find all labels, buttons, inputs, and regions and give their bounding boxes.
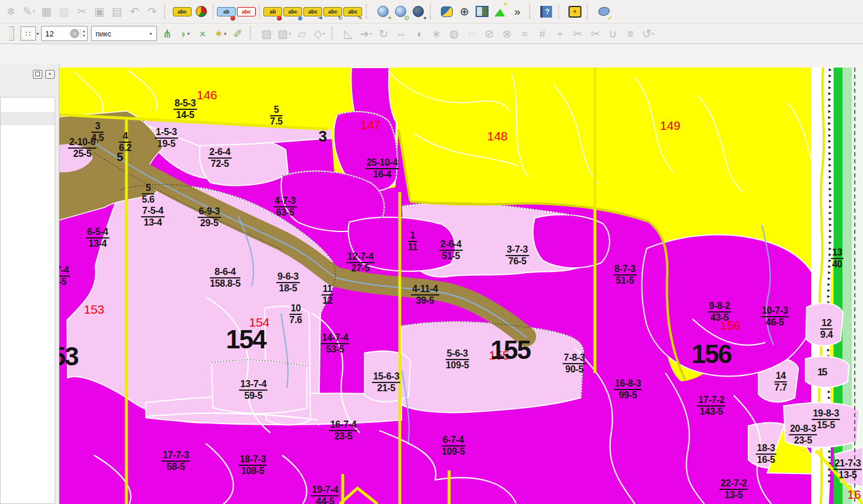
chevron-down-icon: ▾ (150, 31, 152, 36)
split-features-icon[interactable]: ✂ (570, 25, 586, 42)
dock-selected-row[interactable] (1, 112, 55, 125)
move-label-icon[interactable]: abc➜ (303, 3, 322, 21)
delete-ring-icon[interactable]: ⊘ (481, 25, 498, 42)
pin-unpin-label-icon[interactable]: ab (263, 3, 282, 21)
delete-selected-icon[interactable]: ▥ (56, 3, 72, 21)
compartment-fraction-label: 129.4 (820, 318, 832, 340)
topological-editing-icon[interactable]: ✶▾ (212, 25, 229, 42)
compartment-fraction-label: 15-6-321-5 (372, 371, 400, 394)
quarter-number-black-label: 15 (818, 367, 827, 378)
pin-labels-icon[interactable]: ab (217, 3, 236, 21)
compartment-fraction-label: 9-6-318-5 (276, 271, 300, 294)
move-feature-icon[interactable]: ➜▾ (358, 25, 374, 42)
compartment-fraction-label: 1112 (322, 284, 333, 306)
vertex-tool-icon[interactable]: # (534, 25, 551, 42)
paste-features-icon[interactable]: ▤ (109, 3, 125, 21)
quarter-number-black-label: 155 (490, 335, 530, 365)
save-edits-icon[interactable]: ▦ (38, 3, 55, 21)
spin-clear-icon[interactable]: × (70, 29, 79, 38)
toolbar-grip (430, 5, 435, 19)
copy-features-icon[interactable]: ▣ (91, 3, 108, 21)
move-scale-icon[interactable]: ▱ (294, 25, 310, 42)
show-hide-labels-icon[interactable]: abc◉ (283, 3, 302, 21)
compartment-fraction-label: 20-8-323-5 (789, 424, 817, 446)
cut-polygon-plugin-icon[interactable]: + (567, 3, 583, 21)
dock-float-icon[interactable] (33, 70, 42, 79)
quarter-number-black-label: 3 (319, 127, 326, 146)
compartment-fraction-label: 10-7-346-5 (761, 305, 789, 328)
toolbar-grip (558, 5, 563, 19)
snapping-tolerance-spinbox[interactable]: ×▴▾ (41, 26, 88, 41)
globe-add-icon[interactable]: + (374, 3, 391, 21)
avoid-intersections-icon[interactable]: ◗▾ (177, 25, 193, 42)
add-part-icon[interactable]: ◍ (446, 25, 463, 42)
map-swipe-icon[interactable] (474, 3, 490, 21)
compartment-fraction-label: 57.5 (270, 105, 282, 127)
snapping-options-button[interactable]: ∷▾ (21, 25, 39, 42)
bounding-box-icon[interactable]: ◇▾ (312, 25, 328, 42)
compartment-fraction-label: 16-8-399-5 (614, 378, 642, 401)
compartment-fraction-label: 111 (408, 230, 417, 253)
rotate-point-symbols-icon[interactable]: ↺▾ (640, 25, 657, 42)
toolbar-grip (529, 5, 534, 19)
python-console-icon[interactable] (439, 3, 455, 21)
globe-zoom-icon[interactable]: ⊙ (392, 3, 409, 21)
delete-part-icon[interactable]: ⊗ (499, 25, 516, 42)
offset-point-symbols-icon[interactable]: + (552, 25, 568, 42)
quarter-number-red-label: 156 (720, 318, 740, 332)
toolbar-extension-button[interactable]: » (509, 3, 526, 21)
snapping-units-combo[interactable]: пикс▾ (91, 26, 157, 41)
gps-compass-icon[interactable]: ⊕ (456, 3, 473, 21)
compartment-fraction-label: 8-7-351-5 (613, 264, 637, 286)
compartment-fraction-label: 55.6 (142, 183, 154, 205)
compartment-fraction-label: 6-5-413-4 (86, 227, 109, 249)
fill-ring-icon[interactable]: ◌ (464, 25, 480, 42)
compartment-fraction-label: 18-316-5 (756, 443, 777, 465)
profile-hill-icon[interactable]: ☀ (491, 3, 508, 21)
select-by-raster-icon[interactable]: ▧▾ (276, 25, 293, 42)
quarter-number-red-label: 16 (847, 488, 861, 502)
current-edits-icon[interactable]: ❄ (3, 3, 19, 21)
redo-icon[interactable]: ↷ (144, 3, 160, 21)
offset-curve-icon[interactable]: ≈ (517, 25, 533, 42)
layer-labeling-icon[interactable]: abc (173, 3, 192, 21)
spin-steppers-icon[interactable]: ▴▾ (81, 29, 87, 38)
quarter-number-black-label: 53 (59, 342, 78, 371)
tracing-icon[interactable]: ⋔ (159, 25, 176, 42)
toggle-editing-icon[interactable]: ✎▾ (21, 3, 37, 21)
dock-list[interactable] (0, 97, 55, 504)
compartment-fraction-label: 7-4-5 (59, 265, 70, 287)
geometry-checker-icon[interactable]: ✓ (596, 3, 612, 21)
help-contents-icon[interactable]: ? (538, 3, 554, 21)
scale-feature-icon[interactable]: ⇔ (393, 25, 410, 42)
snap-on-intersection-icon[interactable]: × (195, 25, 211, 42)
compartment-fraction-label: 4-7-363-5 (273, 196, 297, 218)
globe-search-icon[interactable]: ⌖ (410, 3, 426, 21)
change-label-icon[interactable]: abc✎ (343, 3, 362, 21)
snapping-edge-partial-icon[interactable] (3, 25, 19, 42)
rotate-feature-icon[interactable]: ↻ (376, 25, 392, 42)
map-canvas[interactable]: ▲ ▲ ▲ ▲ ▲ ▲ ▲ ▲ ▲ ▲ ▲ ▲ ▲ ▲ ▲ ▲ ▲ ▲ ▲ ▲ … (59, 68, 863, 504)
compartment-fraction-label: 4-11-439-5 (411, 284, 439, 306)
dock-close-icon[interactable]: × (45, 70, 55, 79)
compartment-fraction-label: 14-7-453-5 (321, 332, 349, 355)
compartment-fraction-label: 6-9-329-5 (198, 206, 221, 229)
cad-ruler-icon[interactable]: ◺ (340, 25, 357, 42)
compartment-fraction-label: 3-7-376-5 (506, 244, 529, 267)
trace-pencil-icon[interactable]: ✐ (230, 25, 246, 42)
snapping-tolerance-input[interactable] (42, 29, 69, 39)
align-features-icon[interactable]: ≡ (623, 25, 639, 42)
merge-features-icon[interactable]: ∪ (605, 25, 621, 42)
rotate-label-icon[interactable]: abc↻ (323, 3, 342, 21)
split-parts-icon[interactable]: ✂ (587, 25, 604, 42)
toolbar-grip (164, 5, 169, 19)
reshape-features-icon[interactable]: ▨ (259, 25, 275, 42)
cut-features-icon[interactable]: ✂ (73, 3, 90, 21)
simplify-feature-icon[interactable]: ◖ (411, 25, 427, 42)
quarter-number-red-label: 147 (360, 118, 380, 132)
layer-diagram-icon[interactable] (193, 3, 209, 21)
window-substrip (0, 44, 863, 68)
highlight-pinned-labels-icon[interactable]: abc (237, 3, 256, 21)
undo-icon[interactable]: ↶ (126, 3, 143, 21)
add-ring-icon[interactable]: ∗ (429, 25, 445, 42)
